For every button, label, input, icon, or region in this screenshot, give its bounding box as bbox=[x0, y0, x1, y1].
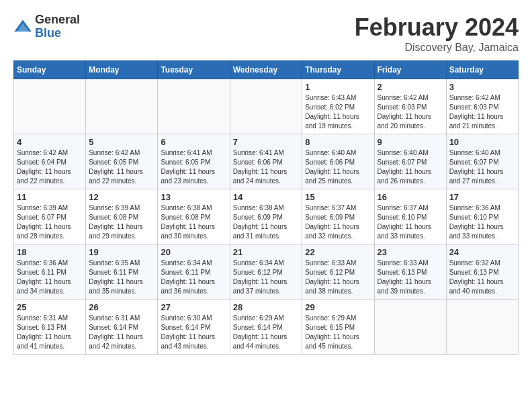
logo-icon bbox=[13, 17, 32, 36]
day-info: Sunrise: 6:35 AMSunset: 6:11 PMDaylight:… bbox=[89, 259, 154, 296]
day-cell: 12Sunrise: 6:39 AMSunset: 6:08 PMDayligh… bbox=[86, 189, 158, 244]
day-cell: 15Sunrise: 6:37 AMSunset: 6:09 PMDayligh… bbox=[302, 189, 374, 244]
day-number: 15 bbox=[305, 192, 371, 202]
logo-text: General Blue bbox=[35, 13, 80, 40]
day-cell: 26Sunrise: 6:31 AMSunset: 6:14 PMDayligh… bbox=[86, 300, 158, 355]
week-row-4: 25Sunrise: 6:31 AMSunset: 6:13 PMDayligh… bbox=[14, 300, 519, 355]
day-cell: 7Sunrise: 6:41 AMSunset: 6:06 PMDaylight… bbox=[230, 134, 302, 189]
day-info: Sunrise: 6:38 AMSunset: 6:09 PMDaylight:… bbox=[233, 203, 300, 241]
header-cell-tuesday: Tuesday bbox=[158, 61, 230, 79]
day-number: 19 bbox=[89, 247, 154, 257]
day-info: Sunrise: 6:40 AMSunset: 6:07 PMDaylight:… bbox=[449, 148, 515, 186]
day-cell: 13Sunrise: 6:38 AMSunset: 6:08 PMDayligh… bbox=[158, 189, 230, 244]
day-number: 3 bbox=[449, 82, 515, 92]
day-info: Sunrise: 6:39 AMSunset: 6:07 PMDaylight:… bbox=[17, 203, 83, 241]
day-number: 28 bbox=[233, 302, 300, 312]
day-info: Sunrise: 6:31 AMSunset: 6:13 PMDaylight:… bbox=[17, 314, 83, 351]
day-number: 16 bbox=[378, 192, 443, 202]
header-cell-saturday: Saturday bbox=[446, 61, 518, 79]
logo-blue: Blue bbox=[35, 26, 61, 40]
day-cell: 6Sunrise: 6:41 AMSunset: 6:05 PMDaylight… bbox=[158, 134, 230, 189]
day-cell: 11Sunrise: 6:39 AMSunset: 6:07 PMDayligh… bbox=[14, 189, 86, 244]
day-cell: 27Sunrise: 6:30 AMSunset: 6:14 PMDayligh… bbox=[158, 300, 230, 355]
day-info: Sunrise: 6:41 AMSunset: 6:06 PMDaylight:… bbox=[233, 148, 300, 186]
day-cell bbox=[14, 79, 86, 134]
day-number: 2 bbox=[378, 82, 443, 92]
day-info: Sunrise: 6:34 AMSunset: 6:11 PMDaylight:… bbox=[161, 259, 226, 296]
day-number: 27 bbox=[161, 302, 226, 312]
day-info: Sunrise: 6:36 AMSunset: 6:11 PMDaylight:… bbox=[17, 259, 83, 296]
day-number: 18 bbox=[17, 247, 83, 257]
day-number: 29 bbox=[305, 302, 371, 312]
day-number: 13 bbox=[161, 192, 226, 202]
day-info: Sunrise: 6:42 AMSunset: 6:03 PMDaylight:… bbox=[378, 93, 443, 131]
day-cell: 3Sunrise: 6:42 AMSunset: 6:03 PMDaylight… bbox=[446, 79, 518, 134]
day-number: 26 bbox=[89, 302, 154, 312]
header-row: SundayMondayTuesdayWednesdayThursdayFrid… bbox=[14, 61, 519, 79]
day-cell: 25Sunrise: 6:31 AMSunset: 6:13 PMDayligh… bbox=[14, 300, 86, 355]
day-cell: 16Sunrise: 6:37 AMSunset: 6:10 PMDayligh… bbox=[374, 189, 446, 244]
day-cell: 14Sunrise: 6:38 AMSunset: 6:09 PMDayligh… bbox=[230, 189, 302, 244]
day-cell bbox=[446, 300, 518, 355]
day-info: Sunrise: 6:33 AMSunset: 6:13 PMDaylight:… bbox=[378, 259, 443, 296]
day-number: 7 bbox=[233, 137, 300, 147]
header-cell-sunday: Sunday bbox=[14, 61, 86, 79]
day-number: 12 bbox=[89, 192, 154, 202]
title-area: February 2024 Discovery Bay, Jamaica bbox=[355, 13, 519, 54]
day-cell: 17Sunrise: 6:36 AMSunset: 6:10 PMDayligh… bbox=[446, 189, 518, 244]
day-number: 4 bbox=[17, 137, 83, 147]
location: Discovery Bay, Jamaica bbox=[355, 42, 519, 54]
day-cell: 9Sunrise: 6:40 AMSunset: 6:07 PMDaylight… bbox=[374, 134, 446, 189]
header-cell-monday: Monday bbox=[86, 61, 158, 79]
day-number: 21 bbox=[233, 247, 300, 257]
day-info: Sunrise: 6:33 AMSunset: 6:12 PMDaylight:… bbox=[305, 259, 371, 296]
day-number: 23 bbox=[378, 247, 443, 257]
day-number: 11 bbox=[17, 192, 83, 202]
logo-general: General bbox=[35, 13, 80, 26]
day-cell: 19Sunrise: 6:35 AMSunset: 6:11 PMDayligh… bbox=[86, 244, 158, 300]
header-cell-thursday: Thursday bbox=[302, 61, 374, 79]
day-info: Sunrise: 6:39 AMSunset: 6:08 PMDaylight:… bbox=[89, 203, 154, 241]
day-info: Sunrise: 6:29 AMSunset: 6:14 PMDaylight:… bbox=[233, 314, 300, 351]
month-title: February 2024 bbox=[355, 13, 519, 42]
day-number: 24 bbox=[449, 247, 515, 257]
day-number: 20 bbox=[161, 247, 226, 257]
day-info: Sunrise: 6:40 AMSunset: 6:07 PMDaylight:… bbox=[378, 148, 443, 186]
day-info: Sunrise: 6:38 AMSunset: 6:08 PMDaylight:… bbox=[161, 203, 226, 241]
day-info: Sunrise: 6:42 AMSunset: 6:04 PMDaylight:… bbox=[17, 148, 83, 186]
calendar: SundayMondayTuesdayWednesdayThursdayFrid… bbox=[13, 60, 519, 355]
day-cell: 29Sunrise: 6:29 AMSunset: 6:15 PMDayligh… bbox=[302, 300, 374, 355]
day-info: Sunrise: 6:29 AMSunset: 6:15 PMDaylight:… bbox=[305, 314, 371, 351]
day-number: 8 bbox=[305, 137, 371, 147]
day-info: Sunrise: 6:42 AMSunset: 6:03 PMDaylight:… bbox=[449, 93, 515, 131]
day-number: 9 bbox=[378, 137, 443, 147]
day-cell: 4Sunrise: 6:42 AMSunset: 6:04 PMDaylight… bbox=[14, 134, 86, 189]
day-number: 25 bbox=[17, 302, 83, 312]
calendar-header: SundayMondayTuesdayWednesdayThursdayFrid… bbox=[14, 61, 519, 79]
day-cell: 5Sunrise: 6:42 AMSunset: 6:05 PMDaylight… bbox=[86, 134, 158, 189]
day-cell: 2Sunrise: 6:42 AMSunset: 6:03 PMDaylight… bbox=[374, 79, 446, 134]
day-info: Sunrise: 6:40 AMSunset: 6:06 PMDaylight:… bbox=[305, 148, 371, 186]
header: General Blue February 2024 Discovery Bay… bbox=[13, 13, 519, 54]
day-cell: 23Sunrise: 6:33 AMSunset: 6:13 PMDayligh… bbox=[374, 244, 446, 300]
day-number: 10 bbox=[449, 137, 515, 147]
day-cell: 21Sunrise: 6:34 AMSunset: 6:12 PMDayligh… bbox=[230, 244, 302, 300]
day-cell: 28Sunrise: 6:29 AMSunset: 6:14 PMDayligh… bbox=[230, 300, 302, 355]
day-cell: 20Sunrise: 6:34 AMSunset: 6:11 PMDayligh… bbox=[158, 244, 230, 300]
day-info: Sunrise: 6:37 AMSunset: 6:10 PMDaylight:… bbox=[378, 203, 443, 241]
day-info: Sunrise: 6:37 AMSunset: 6:09 PMDaylight:… bbox=[305, 203, 371, 241]
day-cell: 18Sunrise: 6:36 AMSunset: 6:11 PMDayligh… bbox=[14, 244, 86, 300]
day-number: 6 bbox=[161, 137, 226, 147]
day-info: Sunrise: 6:31 AMSunset: 6:14 PMDaylight:… bbox=[89, 314, 154, 351]
day-info: Sunrise: 6:30 AMSunset: 6:14 PMDaylight:… bbox=[161, 314, 226, 351]
day-number: 17 bbox=[449, 192, 515, 202]
day-number: 22 bbox=[305, 247, 371, 257]
day-info: Sunrise: 6:34 AMSunset: 6:12 PMDaylight:… bbox=[233, 259, 300, 296]
day-cell: 1Sunrise: 6:43 AMSunset: 6:02 PMDaylight… bbox=[302, 79, 374, 134]
day-number: 5 bbox=[89, 137, 154, 147]
day-cell: 22Sunrise: 6:33 AMSunset: 6:12 PMDayligh… bbox=[302, 244, 374, 300]
header-cell-friday: Friday bbox=[374, 61, 446, 79]
day-info: Sunrise: 6:36 AMSunset: 6:10 PMDaylight:… bbox=[449, 203, 515, 241]
header-cell-wednesday: Wednesday bbox=[230, 61, 302, 79]
day-cell bbox=[374, 300, 446, 355]
